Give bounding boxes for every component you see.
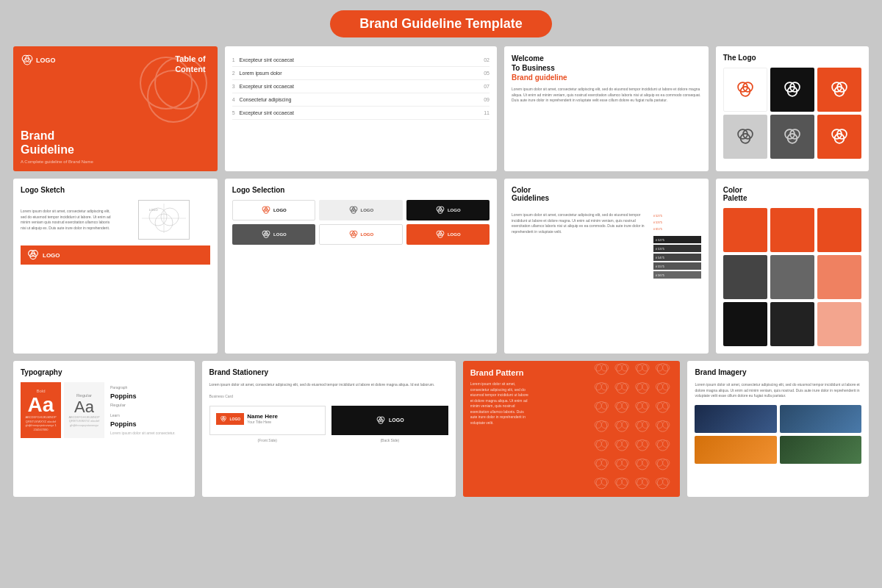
svg-point-136	[636, 478, 642, 485]
panel-color-palette: Color Palette	[716, 179, 869, 354]
sketch-logo-display: LOGO	[118, 200, 210, 240]
page-title: Brand Guideline Template	[330, 10, 552, 37]
svg-point-89	[642, 403, 649, 409]
panel-brand-imagery: Brand Imagery Lorem ipsum dolor sit amet…	[687, 361, 869, 497]
swatch-dark-3: # 5475	[653, 254, 701, 261]
svg-point-73	[615, 384, 622, 390]
palette-2	[770, 208, 814, 252]
logo-icon-cover	[26, 248, 40, 262]
palette-1	[723, 208, 767, 252]
toc-item: 5Excepteur sint occaecat 11	[232, 107, 490, 120]
svg-point-83	[602, 403, 609, 409]
logo-red-box: LOGO	[21, 245, 210, 265]
brand-pattern-body: Lorem ipsum dolor sit amet, consectetur …	[470, 381, 529, 426]
svg-point-91	[656, 403, 663, 409]
sketch-area: Lorem ipsum dolor sit amet, consectetur …	[21, 200, 210, 240]
svg-point-118	[595, 459, 602, 466]
logo-sketch-title: Logo Sketch	[21, 186, 210, 194]
cover-logo-icon	[21, 54, 34, 67]
typo-style-label: Paragraph	[110, 385, 184, 390]
logo-sel-icon-4	[261, 229, 271, 240]
palette-grid	[723, 208, 861, 346]
stationery-title: Brand Stationery	[209, 368, 448, 376]
svg-point-70	[595, 384, 602, 390]
svg-point-85	[615, 403, 622, 409]
svg-point-116	[663, 441, 670, 448]
logo-sel-icon-2	[348, 205, 359, 215]
typo-regular-label: Regular	[76, 393, 92, 398]
svg-point-140	[663, 478, 670, 485]
panel-cover: LOGO Table of Content Brand Guideline A …	[13, 46, 218, 171]
row-1: LOGO Table of Content Brand Guideline A …	[0, 46, 882, 179]
logo-sel-darkgray: LOGO	[232, 224, 315, 245]
logo-icon-light	[782, 126, 803, 147]
svg-point-107	[602, 441, 609, 448]
brand-imagery-body: Lorem ipsum dolor sit amet, consectetur …	[695, 382, 861, 399]
logo-sel-icon-5	[348, 229, 359, 240]
palette-6	[817, 255, 861, 299]
pattern-svg	[592, 361, 680, 497]
cover-subtitle: A Complete guideline of Brand Name	[21, 159, 210, 164]
logo-variant-2	[770, 68, 814, 112]
svg-point-139	[656, 478, 663, 485]
svg-text:LOGO: LOGO	[149, 208, 158, 212]
logo-sel-red: LOGO	[406, 224, 490, 245]
svg-point-77	[642, 384, 649, 390]
card-front-logo-box: LOGO	[216, 413, 245, 425]
cover-circles-decoration	[129, 46, 218, 135]
svg-point-5	[148, 71, 199, 122]
svg-point-119	[602, 459, 609, 466]
svg-point-101	[642, 422, 649, 429]
logo-icon-red	[735, 79, 756, 100]
typo-red-box: Bold Aa ABCDEFGHIJKLMNOPQRSTUVWXYZ abcde…	[21, 382, 61, 438]
card-name-area: Name Here Your Title Here	[247, 413, 278, 424]
logo-sel-gray: LOGO	[319, 200, 402, 220]
sketch-circles-svg: LOGO	[142, 204, 186, 233]
red-swatches: # 5275 # 5375 # 6575	[653, 212, 701, 231]
toc-item: 3Excepteur sint occaecat 07	[232, 80, 490, 93]
color-guide-body: Lorem ipsum dolor sit amet, consectetur …	[512, 212, 648, 346]
toc-item: 1Excepteur sint occaecat 02	[232, 54, 490, 67]
svg-point-110	[623, 441, 629, 448]
svg-point-61	[615, 365, 622, 371]
color-palette-title: Color Palette	[723, 186, 861, 202]
card-back-label: (Back Side)	[331, 438, 448, 442]
logo-variant-1	[723, 68, 767, 112]
svg-point-109	[615, 441, 622, 448]
logo-icon-white	[782, 79, 803, 100]
logo-sel-white: LOGO	[232, 200, 315, 220]
stationery-body: Lorem ipsum dolor sit amet, consectetur …	[209, 382, 448, 388]
logo-icon-white-3	[829, 126, 850, 147]
typo-aa-medium: Aa	[74, 399, 94, 415]
svg-point-127	[656, 459, 663, 466]
svg-point-95	[602, 422, 609, 429]
logo-sel-black: LOGO	[406, 200, 490, 220]
svg-point-122	[623, 459, 629, 466]
svg-point-130	[595, 478, 602, 485]
panel-logo-sketch: Logo Sketch Lorem ipsum dolor sit amet, …	[13, 179, 218, 354]
logo-selection-title: Logo Selection	[232, 186, 490, 194]
svg-point-65	[642, 365, 649, 371]
card-front-logo: LOGO Name Here Your Title Here	[216, 413, 320, 425]
card-back-icon	[376, 415, 386, 426]
card-back: LOGO	[331, 406, 448, 435]
imagery-img-plant	[780, 436, 861, 464]
svg-point-131	[602, 478, 609, 485]
toc-item: 4Consectetur adipiscing 09	[232, 93, 490, 107]
typo-white-box: Regular Aa ABCDEFGHIJKLMNOPQRSTUVWXYZ ab…	[64, 382, 104, 438]
typography-title: Typography	[21, 368, 187, 376]
card-back-wrapper: LOGO (Back Side)	[331, 406, 448, 442]
color-guide-content: Lorem ipsum dolor sit amet, consectetur …	[512, 212, 701, 346]
panel-logo-selection: Logo Selection LOGO LOGO	[225, 179, 497, 354]
welcome-title-black: WelcomeTo Business	[512, 54, 701, 73]
typo-letters: ABCDEFGHIJKLMNOPQRSTUVWXYZ abcdefghijklm…	[25, 415, 57, 431]
logo-variant-4	[723, 115, 767, 159]
typo-font-name: Poppins	[110, 392, 184, 400]
panel-toc: 1Excepteur sint occaecat 02 2Lorem ipsum…	[225, 46, 497, 171]
card-front-wrapper: LOGO Name Here Your Title Here (Front Si…	[209, 406, 326, 442]
panel-color-guidelines: Color Guidelines Lorem ipsum dolor sit a…	[504, 179, 709, 354]
cover-logo: LOGO	[21, 54, 56, 67]
svg-point-71	[602, 384, 609, 390]
svg-point-113	[642, 441, 649, 448]
svg-point-104	[663, 422, 670, 429]
